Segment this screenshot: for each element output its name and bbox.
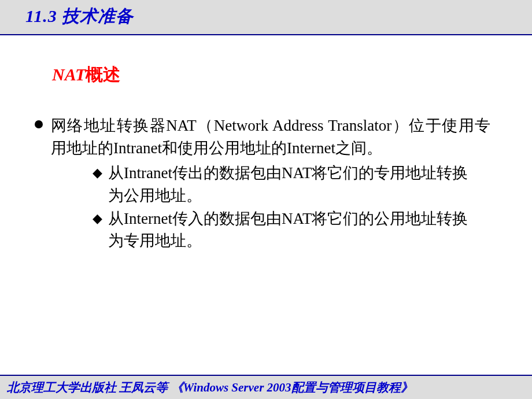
header-title: 11.3 技术准备	[25, 5, 532, 28]
sub-bullet-text: 从Intranet传出的数据包由NAT将它们的专用地址转换为公用地址。	[108, 162, 478, 206]
main-bullet-text: 网络地址转换器NAT（Network Address Translator）位于…	[51, 114, 490, 160]
slide-footer: 北京理工大学出版社 王凤云等 《Windows Server 2003配置与管理…	[0, 376, 532, 399]
slide-container: 11.3 技术准备 NAT概述 网络地址转换器NAT（Network Addre…	[0, 0, 532, 399]
main-bullet-row: 网络地址转换器NAT（Network Address Translator）位于…	[35, 114, 497, 160]
sub-bullet-row: ◆ 从Internet传入的数据包由NAT将它们的公用地址转换为专用地址。	[93, 208, 497, 252]
sub-bullet-row: ◆ 从Intranet传出的数据包由NAT将它们的专用地址转换为公用地址。	[93, 162, 497, 206]
diamond-icon: ◆	[93, 211, 102, 226]
subtitle-rest: 概述	[86, 65, 120, 84]
slide-content: NAT概述 网络地址转换器NAT（Network Address Transla…	[0, 34, 532, 376]
sub-bullet-list: ◆ 从Intranet传出的数据包由NAT将它们的专用地址转换为公用地址。 ◆ …	[93, 162, 497, 252]
footer-text: 北京理工大学出版社 王凤云等 《Windows Server 2003配置与管理…	[7, 380, 413, 394]
slide-header: 11.3 技术准备	[0, 0, 532, 34]
bullet-disc-icon	[35, 120, 43, 128]
subtitle: NAT概述	[52, 63, 497, 87]
subtitle-nat: NAT	[52, 65, 86, 84]
diamond-icon: ◆	[93, 165, 102, 180]
sub-bullet-text: 从Internet传入的数据包由NAT将它们的公用地址转换为专用地址。	[108, 208, 478, 252]
